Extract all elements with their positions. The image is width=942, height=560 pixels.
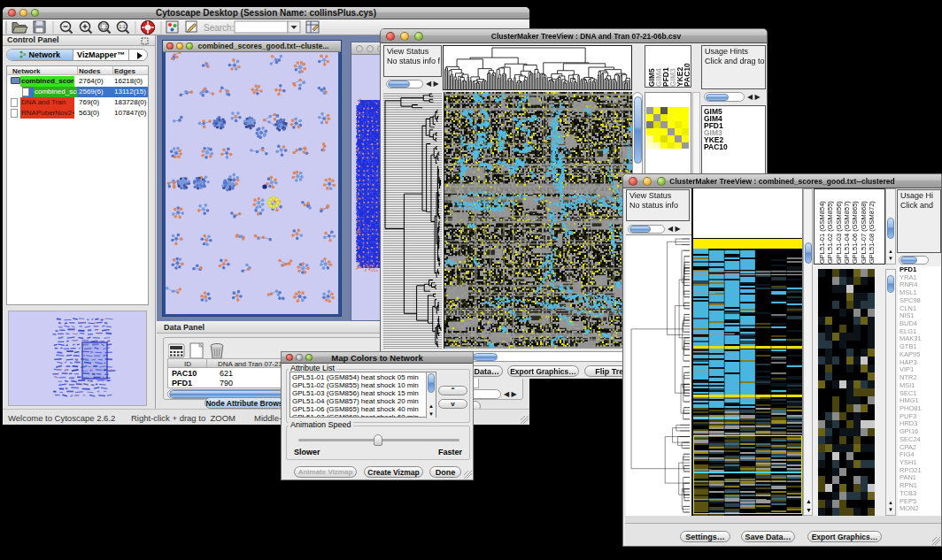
svg-text:1:1: 1:1 (119, 24, 126, 29)
svg-text:Search:: Search: (204, 23, 234, 33)
